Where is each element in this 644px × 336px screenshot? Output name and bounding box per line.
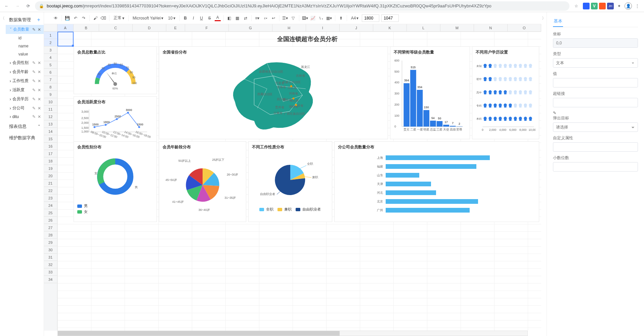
dataset-field[interactable]: value xyxy=(6,50,44,58)
close-icon[interactable]: ✕ xyxy=(38,114,41,119)
close-icon[interactable]: ✕ xyxy=(38,106,41,111)
font-select[interactable]: Microsoft YaHei ▾ xyxy=(131,15,165,21)
row-header[interactable]: 6 xyxy=(44,69,57,76)
row-header[interactable]: 3 xyxy=(44,46,57,54)
url-bar[interactable]: 🔒 bootapi.jeecg.com/jmreport/index/13398… xyxy=(35,1,569,11)
column-header[interactable]: F xyxy=(185,24,229,31)
italic-icon[interactable]: I xyxy=(190,15,197,21)
column-header[interactable]: E xyxy=(166,24,185,31)
dataset-item[interactable]: ›会员性别✎✕ xyxy=(6,58,44,67)
add-dataset-button[interactable]: + xyxy=(37,17,40,23)
row-header[interactable]: 16 xyxy=(44,143,57,150)
dataset-item[interactable]: ›活跃度✎✕ xyxy=(6,85,44,95)
height-input[interactable] xyxy=(381,14,399,22)
row-header[interactable]: 4 xyxy=(44,54,57,61)
vue-ext-icon[interactable]: V xyxy=(591,3,598,9)
back-button[interactable]: ← xyxy=(3,2,11,10)
row-header[interactable]: 13 xyxy=(44,120,57,128)
row-header[interactable]: 34 xyxy=(44,276,57,283)
cell-type-select[interactable]: 正常 ▾ xyxy=(112,14,126,22)
align-v-icon[interactable]: ⫞▾ xyxy=(262,15,268,21)
border-icon[interactable]: ▦ xyxy=(234,15,241,21)
row-header[interactable]: 12 xyxy=(44,113,57,120)
value-input[interactable] xyxy=(553,78,638,87)
report-info-section[interactable]: 报表信息 ˅ xyxy=(6,121,44,132)
star-icon[interactable]: ☆ xyxy=(572,2,580,10)
edit-icon[interactable]: ✎ xyxy=(32,88,36,92)
card-branch[interactable]: 分公司会员数量分布 上海福建山东天津河北北京广州 xyxy=(334,141,539,222)
font-color-icon[interactable]: A xyxy=(215,15,221,21)
card-edu[interactable]: 不同用户学历设置 未知初中高中专科本科02,0004,0006,0008,000… xyxy=(472,46,539,139)
row-header[interactable]: 29 xyxy=(44,239,57,246)
dataset-item[interactable]: ›分公司✎✕ xyxy=(6,104,44,113)
dataset-item[interactable]: ›会员学历✎✕ xyxy=(6,95,44,104)
decimal-input[interactable] xyxy=(553,162,638,172)
save-icon[interactable]: 💾 xyxy=(65,15,71,21)
qrcode-icon[interactable]: ▦▾ xyxy=(326,15,332,21)
column-header[interactable]: D xyxy=(133,24,166,31)
forward-button[interactable]: → xyxy=(13,2,22,10)
menu-icon[interactable]: ⋮ xyxy=(633,2,641,10)
card-activity[interactable]: 会员活跃度分布 3,0002,5002,0001,5001,000 150018… xyxy=(74,96,157,142)
card-gender[interactable]: 会员性别分布 女 男 男 女 xyxy=(74,141,157,222)
close-icon[interactable]: ✕ xyxy=(38,79,41,83)
row-header[interactable]: 31 xyxy=(44,254,57,261)
row-header[interactable]: 17 xyxy=(44,150,57,157)
row-header[interactable]: 30 xyxy=(44,246,57,254)
chart-icon[interactable]: 📈 xyxy=(310,15,316,21)
paper-select[interactable]: A4 ▾ xyxy=(350,15,360,21)
row-header[interactable]: 24 xyxy=(44,202,57,209)
dataset-item[interactable]: ›会员年龄✎✕ xyxy=(6,67,44,76)
row-header[interactable]: 1 xyxy=(44,32,57,39)
edit-icon[interactable]: ✎ xyxy=(32,70,36,74)
image-icon[interactable]: 🖼▾ xyxy=(302,15,308,21)
row-header[interactable]: 22 xyxy=(44,187,57,194)
row-header[interactable]: 5 xyxy=(44,61,57,69)
card-map[interactable]: 全国省份分布 黑龙江吉林省新疆维吾尔自治区 甘肃省内蒙古自治区河北省 青海省河南… xyxy=(159,46,388,139)
edit-icon[interactable]: ✎ xyxy=(32,61,36,65)
wrap-icon[interactable]: ↩ xyxy=(270,15,276,21)
merge-icon[interactable]: ⇄ xyxy=(243,15,249,21)
row-header[interactable]: 18 xyxy=(44,157,57,165)
data-dict-link[interactable]: 维护数据字典 xyxy=(6,132,44,144)
redo-icon[interactable]: ↷ xyxy=(81,15,87,21)
row-header[interactable]: 11 xyxy=(44,106,57,113)
row-header[interactable]: 20 xyxy=(44,172,57,180)
type-select[interactable]: 文本 xyxy=(553,58,638,68)
row-header[interactable]: 21 xyxy=(44,180,57,187)
close-icon[interactable]: ✕ xyxy=(38,88,41,92)
column-header[interactable]: L xyxy=(407,24,440,31)
row-header[interactable]: 28 xyxy=(44,231,57,239)
dataset-field[interactable]: name xyxy=(6,42,44,50)
column-header[interactable]: G xyxy=(229,24,272,31)
edit-icon[interactable]: ✎ xyxy=(32,97,36,102)
row-header[interactable]: 10 xyxy=(44,98,57,106)
freeze-icon[interactable]: ☰▾ xyxy=(282,15,288,21)
fill-color-icon[interactable]: ◧ xyxy=(226,15,232,21)
row-header[interactable]: 2 xyxy=(44,39,57,46)
column-header[interactable]: N xyxy=(474,24,508,31)
dataset-item[interactable]: ›ditu✎✕ xyxy=(6,113,44,121)
tab-basic[interactable]: 基本 xyxy=(553,16,563,27)
target-select[interactable]: 请选择 xyxy=(553,122,638,132)
ext-icon[interactable] xyxy=(599,3,606,9)
column-header[interactable]: O xyxy=(508,24,541,31)
column-header[interactable]: M xyxy=(440,24,474,31)
row-header[interactable]: 23 xyxy=(44,194,57,202)
horizontal-scrollbar[interactable] xyxy=(57,331,528,336)
row-header[interactable]: 25 xyxy=(44,209,57,217)
card-honor[interactable]: 不同荣衔等级会员数量 0100200300400500600394贵宾515二星… xyxy=(390,46,470,139)
collapse-right-button[interactable]: 〉 xyxy=(541,12,547,336)
sheet-corner[interactable] xyxy=(44,24,57,32)
ext-icon[interactable]: JH xyxy=(607,3,614,9)
preview-icon[interactable]: 👁 xyxy=(53,15,59,21)
row-header[interactable]: 19 xyxy=(44,165,57,172)
column-header[interactable]: I xyxy=(306,24,340,31)
profile-icon[interactable]: 👤 xyxy=(625,2,632,10)
close-icon[interactable]: ✕ xyxy=(38,70,41,74)
hyperlink-input[interactable] xyxy=(553,98,638,107)
filter-icon[interactable]: ▽ xyxy=(290,15,296,21)
edit-icon[interactable]: ✎ xyxy=(32,114,36,119)
format-painter-icon[interactable]: 🖌 xyxy=(92,15,98,21)
coord-input[interactable] xyxy=(553,38,638,48)
